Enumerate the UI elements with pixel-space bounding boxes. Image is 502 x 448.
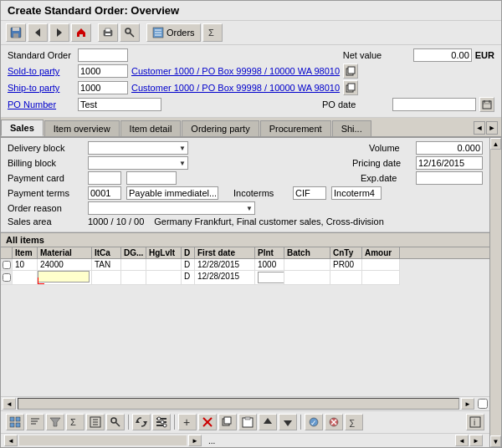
po-number-label[interactable]: PO Number [8, 99, 74, 109]
delivery-block-dropdown[interactable]: ▼ [88, 141, 188, 155]
copy-sold-to-icon[interactable] [343, 64, 358, 79]
btn-calculate[interactable]: ∑ [345, 414, 363, 430]
sales-area-value: 1000 / 10 / 00 [88, 216, 144, 227]
btn-paste[interactable] [238, 414, 257, 430]
find-btn[interactable] [120, 23, 140, 42]
row1-amount [362, 259, 400, 271]
btn-delete[interactable] [198, 414, 217, 430]
payment-terms-input[interactable] [88, 186, 121, 200]
btn-copy[interactable] [218, 414, 237, 430]
status-scroll-right[interactable]: ► [188, 435, 202, 446]
btn-refresh[interactable] [132, 414, 151, 430]
th-cnty: CnTy [330, 247, 362, 258]
btn-move-up[interactable] [259, 414, 277, 430]
row1-checkbox[interactable] [3, 261, 11, 269]
row1-item: 10 [13, 259, 38, 271]
status-bottom-scroll-left[interactable]: ◄ [455, 435, 469, 446]
svg-marker-3 [35, 28, 40, 37]
ship-to-party-label[interactable]: Ship-to party [8, 83, 74, 93]
payment-card-input2[interactable] [126, 171, 177, 185]
sold-to-party-text[interactable]: Customer 1000 / PO Box 99998 / 10000 WA … [131, 66, 340, 76]
status-scrollbar[interactable] [19, 435, 187, 445]
status-bottom-scroll-right[interactable]: ► [469, 435, 483, 446]
tab-sales[interactable]: Sales [1, 120, 44, 136]
home-btn[interactable] [71, 23, 91, 42]
standard-order-row: Standard Order Net value EUR [8, 48, 494, 62]
btn-sort[interactable] [26, 414, 44, 430]
exp-date-input[interactable] [416, 171, 483, 185]
svg-text:∑: ∑ [349, 418, 355, 427]
forward-btn[interactable] [49, 23, 69, 42]
btn-sum2[interactable]: Σ [66, 414, 85, 430]
table-hscroll-checkbox[interactable] [478, 399, 488, 409]
table-scroll-right[interactable]: ► [461, 398, 474, 410]
svg-marker-4 [57, 28, 62, 37]
svg-rect-8 [105, 33, 110, 35]
payment-terms-row: Payment terms Incoterms [8, 186, 483, 200]
ship-to-party-input[interactable] [78, 81, 128, 94]
tab-item-overview[interactable]: Item overview [44, 120, 120, 136]
btn-add[interactable]: + [178, 414, 197, 430]
th-checkbox [1, 247, 13, 258]
btn-reject[interactable] [325, 414, 343, 430]
incoterms2-input[interactable] [331, 186, 382, 200]
btn-table-view[interactable] [6, 414, 24, 430]
sales-area-row: Sales area 1000 / 10 / 00 Germany Frankf… [8, 216, 483, 227]
svg-rect-17 [348, 67, 355, 74]
billing-block-dropdown[interactable]: ▼ [88, 156, 188, 170]
tab-scroll-left[interactable]: ◄ [474, 121, 485, 135]
save-btn[interactable] [6, 23, 26, 42]
vscroll-down[interactable]: ▼ [490, 435, 501, 447]
orders-button[interactable]: Orders [146, 23, 201, 42]
svg-point-37 [111, 418, 116, 423]
vscroll-track[interactable] [490, 150, 501, 435]
po-date-input[interactable] [392, 98, 476, 111]
row1-hglvit [146, 259, 182, 271]
th-material: Material [38, 247, 92, 258]
main-window: Create Standard Order: Overview Orders Σ [0, 0, 502, 448]
incoterms-input[interactable] [293, 186, 326, 200]
tab-ordering-party[interactable]: Ordering party [182, 120, 259, 136]
tab-procurement[interactable]: Procurement [260, 120, 331, 136]
tab-scroll-right[interactable]: ► [486, 121, 498, 135]
calendar-icon[interactable] [479, 97, 494, 112]
net-value-input[interactable] [413, 48, 472, 62]
btn-find2[interactable] [106, 414, 125, 430]
sold-to-party-input[interactable] [78, 64, 128, 78]
row1-batch [284, 259, 330, 271]
btn-filter[interactable] [46, 414, 64, 430]
btn-detail-view[interactable] [86, 414, 105, 430]
vscroll-up[interactable]: ▲ [490, 138, 501, 150]
volume-input[interactable] [416, 141, 483, 155]
copy-ship-to-icon[interactable] [343, 80, 358, 95]
btn-config[interactable] [152, 414, 171, 430]
sales-fields: Delivery block ▼ Volume Billing block ▼ … [1, 138, 489, 232]
pricing-date-input[interactable] [416, 156, 483, 170]
order-reason-dropdown[interactable]: ▼ [88, 201, 255, 215]
ship-to-party-text[interactable]: Customer 1000 / PO Box 99998 / 10000 WA … [131, 83, 340, 93]
row2-material-input[interactable] [38, 271, 90, 283]
table-hscrollbar[interactable] [18, 398, 459, 410]
payment-terms-text-input[interactable] [126, 186, 218, 200]
po-number-input[interactable] [78, 98, 161, 111]
tab-item-detail[interactable]: Item detail [120, 120, 182, 136]
table-scroll-left[interactable]: ◄ [3, 398, 16, 410]
print-btn[interactable] [98, 23, 118, 42]
standard-order-input[interactable] [78, 48, 128, 62]
standard-order-label: Standard Order [8, 50, 74, 60]
form-area: Standard Order Net value EUR Sold-to par… [1, 45, 501, 118]
btn-accept[interactable]: ✓ [305, 414, 323, 430]
back-btn[interactable] [28, 23, 48, 42]
tab-scroll-area: ◄ ► [474, 121, 501, 135]
row2-checkbox[interactable] [3, 273, 11, 282]
sum-btn[interactable]: Σ [202, 23, 223, 42]
payment-card-input1[interactable] [88, 171, 121, 185]
tab-shi[interactable]: Shi... [332, 120, 371, 136]
net-value-label: Net value [343, 50, 410, 60]
sold-to-party-label[interactable]: Sold-to party [8, 66, 74, 76]
status-scroll-left[interactable]: ◄ [4, 435, 18, 446]
btn-move-down[interactable] [279, 414, 297, 430]
row2-plnt-input[interactable] [258, 272, 284, 283]
btn-info[interactable]: i [466, 414, 484, 430]
row1-material[interactable]: 24000 [38, 259, 92, 271]
